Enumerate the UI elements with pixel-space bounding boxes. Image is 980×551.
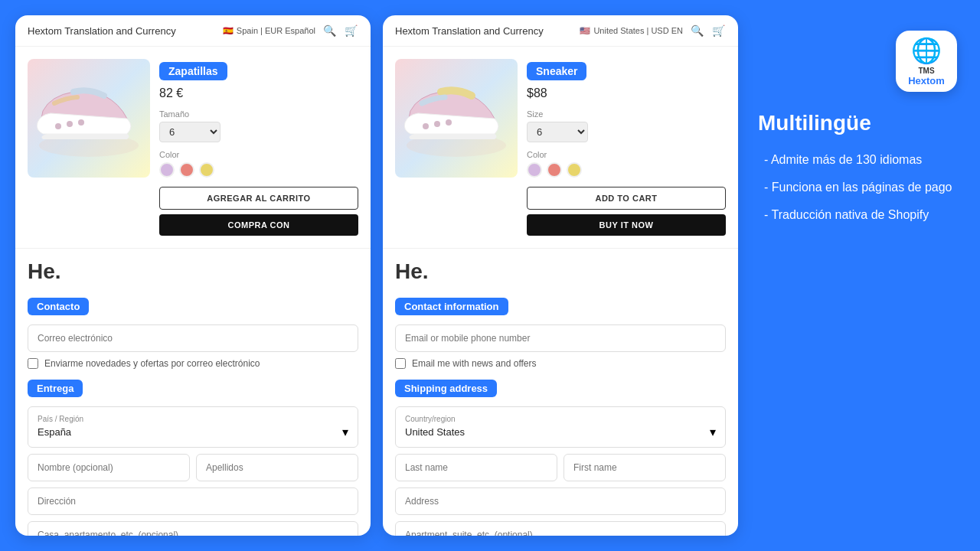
main-container: Hextom Translation and Currency 🇪🇸 Spain… [0, 0, 980, 551]
dropdown-arrow-es: ▾ [342, 425, 348, 439]
store-right-en: 🇺🇸 United States | USD EN 🔍 🛒 [580, 23, 726, 38]
product-price-es: 82 € [159, 86, 358, 100]
email-checkbox-label-es: Enviarme novedades y ofertas por correo … [44, 358, 260, 369]
add-to-cart-button-es[interactable]: AGREGAR AL CARRITO [159, 187, 358, 210]
feature-item-1: - Admite más de 130 idiomas [758, 152, 952, 168]
product-image-es [28, 59, 150, 178]
panel-title: Multilingüe [758, 110, 871, 136]
first-name-es[interactable] [28, 454, 190, 481]
flag-es: 🇪🇸 [223, 26, 234, 36]
contact-badge-en: Contact information [395, 298, 508, 315]
size-select-es[interactable]: 678 [159, 122, 220, 142]
store-right-es: 🇪🇸 Spain | EUR Español 🔍 🛒 [223, 23, 358, 38]
flag-locale-es: 🇪🇸 Spain | EUR Español [223, 26, 315, 36]
address-en[interactable] [395, 487, 726, 515]
spanish-card: Hextom Translation and Currency 🇪🇸 Spain… [15, 15, 371, 536]
feature-item-3: - Traducción nativa de Shopify [758, 207, 952, 223]
feature-item-2: - Funciona en las páginas de pago [758, 179, 952, 196]
address-es[interactable] [28, 487, 358, 515]
name-row-en [395, 454, 726, 481]
tms-text: TMS [918, 67, 934, 75]
color-dot-3-es[interactable] [199, 162, 214, 178]
svg-point-3 [78, 119, 84, 126]
country-value-en: United States [405, 426, 465, 438]
address2-en[interactable] [395, 521, 726, 536]
buy-now-button-en[interactable]: BUY IT NOW [527, 214, 726, 236]
contact-badge-es: Contacto [28, 298, 89, 315]
color-row-es [159, 162, 358, 178]
color-dot-2-es[interactable] [179, 162, 194, 178]
store-name-es: Hextom Translation and Currency [28, 25, 176, 37]
store-name-en: Hextom Translation and Currency [395, 25, 544, 37]
flag-en: 🇺🇸 [580, 26, 590, 36]
hextom-text: Hextom [908, 75, 945, 86]
locale-text-en: United States | USD EN [593, 26, 683, 35]
add-to-cart-button-en[interactable]: ADD TO CART [527, 187, 726, 210]
product-image-en [395, 59, 518, 178]
email-checkbox-label-en: Email me with news and offers [412, 358, 537, 369]
color-dot-2-en[interactable] [547, 162, 562, 178]
cart-icon-es[interactable]: 🛒 [343, 23, 358, 38]
email-checkbox-es[interactable] [28, 358, 38, 369]
country-label-en: Country/region [405, 415, 716, 423]
store-header-es: Hextom Translation and Currency 🇪🇸 Spain… [15, 15, 371, 47]
svg-point-6 [434, 121, 440, 127]
size-select-en[interactable]: 678 [527, 122, 588, 142]
buy-now-button-es[interactable]: COMPRA CON [159, 214, 358, 236]
email-field-en[interactable] [395, 324, 726, 352]
feature-list: - Admite más de 130 idiomas - Funciona e… [758, 152, 952, 235]
right-panel: 🌐 TMS Hextom Multilingüe - Admite más de… [750, 15, 965, 250]
email-field-es[interactable] [28, 324, 358, 352]
search-icon-en[interactable]: 🔍 [689, 23, 704, 38]
product-badge-es: Zapatillas [159, 62, 227, 80]
he-heading-en: He. [383, 249, 738, 287]
country-label-es: País / Región [38, 415, 348, 423]
tms-logo: 🌐 TMS Hextom [896, 31, 957, 92]
size-label-es: Tamaño [159, 109, 358, 119]
delivery-badge-es: Entrega [28, 380, 83, 397]
email-checkbox-row-es: Enviarme novedades y ofertas por correo … [28, 358, 358, 369]
last-name-es[interactable] [196, 454, 358, 481]
product-section-en: Sneaker $88 Size 678 Color ADD TO CART B… [383, 47, 738, 249]
locale-text-es: Spain | EUR Español [237, 26, 315, 35]
dropdown-arrow-en: ▾ [710, 425, 716, 439]
product-price-en: $88 [527, 86, 726, 100]
product-badge-en: Sneaker [527, 62, 586, 80]
shipping-badge-en: Shipping address [395, 380, 497, 397]
color-dot-3-en[interactable] [567, 162, 582, 178]
size-label-en: Size [527, 109, 726, 119]
color-label-es: Color [159, 150, 358, 159]
email-checkbox-en[interactable] [395, 358, 406, 369]
country-select-en[interactable]: Country/region United States ▾ [395, 406, 726, 448]
product-section-es: Zapatillas 82 € Tamaño 678 Color AGREGAR… [15, 47, 371, 249]
name-row-es [28, 454, 358, 481]
flag-locale-en: 🇺🇸 United States | USD EN [580, 26, 683, 36]
email-checkbox-row-en: Email me with news and offers [395, 358, 726, 369]
he-heading-es: He. [15, 249, 371, 287]
last-name-en[interactable] [395, 454, 557, 481]
address2-es[interactable] [28, 521, 358, 536]
color-row-en [527, 162, 726, 178]
english-card: Hextom Translation and Currency 🇺🇸 Unite… [383, 15, 738, 536]
color-dot-1-en[interactable] [527, 162, 542, 178]
store-header-en: Hextom Translation and Currency 🇺🇸 Unite… [383, 15, 738, 47]
svg-point-5 [423, 123, 429, 129]
globe-icon: 🌐 [911, 36, 942, 65]
svg-point-1 [55, 123, 61, 129]
product-details-en: Sneaker $88 Size 678 Color ADD TO CART B… [527, 59, 726, 236]
country-value-es: España [38, 426, 71, 438]
first-name-en[interactable] [564, 454, 726, 481]
svg-point-2 [67, 121, 73, 127]
svg-point-7 [446, 119, 452, 126]
checkout-section-es: Contacto Enviarme novedades y ofertas po… [15, 287, 371, 536]
search-icon-es[interactable]: 🔍 [322, 23, 337, 38]
color-dot-1-es[interactable] [159, 162, 175, 178]
checkout-section-en: Contact information Email me with news a… [383, 287, 738, 536]
country-select-es[interactable]: País / Región España ▾ [28, 406, 358, 448]
color-label-en: Color [527, 150, 726, 159]
cart-icon-en[interactable]: 🛒 [710, 23, 726, 38]
product-details-es: Zapatillas 82 € Tamaño 678 Color AGREGAR… [159, 59, 358, 236]
